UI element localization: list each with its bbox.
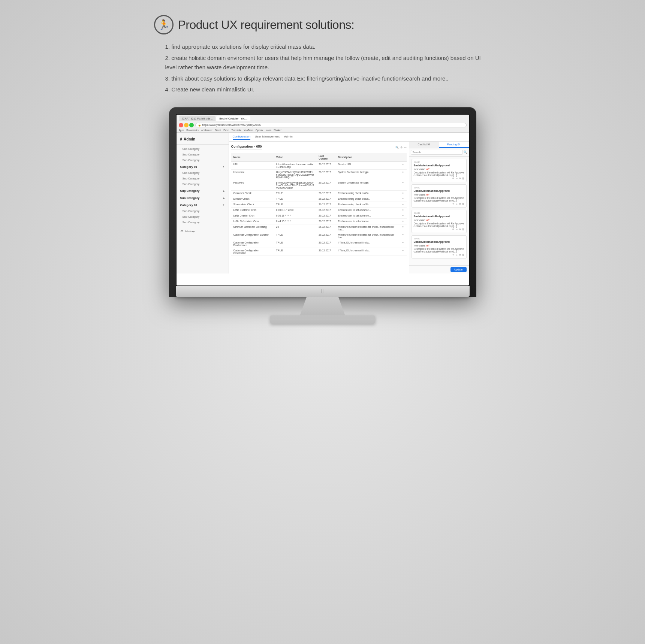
nav-user-management[interactable]: User Management <box>255 134 280 140</box>
cell-edit-10[interactable]: ✏ <box>400 232 406 240</box>
sidebar-item-subcategory-1a[interactable]: Sub Category <box>177 146 229 152</box>
cell-name-8: LeNa Sh*reholder Cron <box>231 218 274 224</box>
copy-icon-3[interactable]: ⧉ <box>459 254 461 256</box>
cell-value-10: TRUE <box>274 232 317 240</box>
panel-search-icon[interactable]: 🔍 <box>464 151 467 154</box>
sidebar-category-sup-header[interactable]: Sup Category ▶ <box>177 188 229 194</box>
eye-icon-2[interactable]: 👁 <box>452 228 454 231</box>
eye-icon-3[interactable]: 👁 <box>452 254 454 256</box>
bookmark-bookmarks[interactable]: Bookmarks <box>186 129 199 131</box>
tab-cart-list[interactable]: Cart list 94 <box>409 142 439 148</box>
edit-icon-panel-1[interactable]: ✏ <box>456 203 458 205</box>
panel-search-input[interactable] <box>411 150 463 155</box>
sidebar-item-subcategory-3a[interactable]: Sub Category <box>177 208 229 214</box>
edit-icon-3[interactable]: ✏ <box>402 192 404 194</box>
eye-icon-1[interactable]: 👁 <box>452 203 454 205</box>
edit-icon-8[interactable]: ✏ <box>402 220 404 223</box>
tab-cart-count: 94 <box>427 143 430 146</box>
bookmark-gmail[interactable]: Gmail <box>215 129 221 131</box>
edit-icon-12[interactable]: ✏ <box>402 249 404 252</box>
cell-edit-9[interactable]: ✏ <box>400 224 406 232</box>
cell-date-6: 26.12.2017 <box>316 207 336 213</box>
edit-icon-2[interactable]: ✏ <box>402 181 404 184</box>
bookmark-shakof[interactable]: Shakof <box>274 129 281 131</box>
bookmark-apps[interactable]: Apps <box>179 129 184 131</box>
lock-icon: 🔒 <box>198 124 201 127</box>
edit-icon-0[interactable]: ✏ <box>402 163 404 166</box>
bookmark-nana[interactable]: Nana <box>265 129 271 131</box>
cell-edit-0[interactable]: ✏ <box>400 161 406 169</box>
cell-edit-2[interactable]: ✏ <box>400 180 406 190</box>
update-button[interactable]: Update <box>450 267 467 272</box>
browser-tab-2[interactable]: Best of Coldplay - You... <box>216 116 250 121</box>
cell-edit-6[interactable]: ✏ <box>400 207 406 213</box>
edit-icon-panel-2[interactable]: ✏ <box>456 228 458 231</box>
col-last-update: Last Update <box>316 153 336 162</box>
table-row: Director Check TRUE 26.12.2017 Enables r… <box>231 196 407 202</box>
close-button[interactable] <box>179 123 183 127</box>
browser-tab-1[interactable]: JCRAT-8211 Fix left side... <box>179 116 216 121</box>
delete-icon-1[interactable]: 🗑 <box>462 203 464 205</box>
bookmark-youtube[interactable]: YouTube <box>244 129 253 131</box>
panel-card-actions-3: 👁 ✏ ⧉ 🗑 <box>414 254 464 256</box>
copy-icon-2[interactable]: ⧉ <box>459 228 461 231</box>
panel-card-id-3: ID 040 <box>414 238 464 240</box>
chevron-right-icon-suo: ▶ <box>223 197 225 199</box>
bookmark-translate[interactable]: Translate <box>231 129 241 131</box>
edit-icon-6[interactable]: ✏ <box>402 209 404 211</box>
cell-edit-7[interactable]: ✏ <box>400 213 406 218</box>
sidebar-item-subcategory-3c[interactable]: Sub Category <box>177 220 229 225</box>
edit-icon-4[interactable]: ✏ <box>402 197 404 200</box>
eye-icon-0[interactable]: 👁 <box>452 177 454 180</box>
edit-icon-10[interactable]: ✏ <box>402 233 404 236</box>
nav-configuration[interactable]: Configuration <box>233 134 251 140</box>
config-search-icon[interactable]: 🔍 <box>395 146 399 149</box>
cell-edit-12[interactable]: ✏ <box>400 248 406 256</box>
edit-icon-9[interactable]: ✏ <box>402 226 404 228</box>
sidebar-item-subcategory-2b[interactable]: Sub Category <box>177 176 229 181</box>
panel-card-id-2: ID 043 <box>414 212 464 214</box>
nav-admin[interactable]: Admin <box>284 134 293 140</box>
cell-edit-8[interactable]: ✏ <box>400 218 406 224</box>
sidebar-item-subcategory-2a[interactable]: Sub Category <box>177 170 229 176</box>
cell-date-3: 26.12.2017 <box>316 190 336 196</box>
tab-pending[interactable]: Pending 04 <box>439 142 469 148</box>
cell-edit-1[interactable]: ✏ <box>400 169 406 180</box>
panel-card-id-1: ID 042 <box>414 187 464 189</box>
minimize-button[interactable] <box>184 123 189 127</box>
edit-icon-panel-3[interactable]: ✏ <box>456 254 458 256</box>
edit-icon-7[interactable]: ✏ <box>402 214 404 217</box>
edit-icon-5[interactable]: ✏ <box>402 203 404 206</box>
config-settings-icon[interactable]: ⚙ <box>400 146 403 149</box>
copy-icon-1[interactable]: ⧉ <box>459 203 461 205</box>
edit-icon-1[interactable]: ✏ <box>402 171 404 173</box>
cell-edit-11[interactable]: ✏ <box>400 240 406 248</box>
sidebar-category-suo-header[interactable]: Suo Category ▶ <box>177 195 229 201</box>
maximize-button[interactable] <box>189 123 194 127</box>
panel-card-title-2: EnableAutomaticReApproval <box>414 215 464 218</box>
config-more-icon[interactable]: ⋯ <box>404 146 407 149</box>
sidebar-item-subcategory-2c[interactable]: Sub Category <box>177 181 229 187</box>
bookmark-openix[interactable]: Openix <box>256 129 263 131</box>
bookmark-localserver[interactable]: localserver <box>201 129 213 131</box>
delete-icon-3[interactable]: 🗑 <box>462 254 464 256</box>
panel-card-actions-1: 👁 ✏ ⧉ 🗑 <box>414 203 464 205</box>
edit-icon-11[interactable]: ✏ <box>402 241 404 244</box>
cell-name-6: LeNa Customer Cron <box>231 207 274 213</box>
sidebar-category-01b-header[interactable]: Category 01 ▼ <box>177 202 229 208</box>
cell-edit-4[interactable]: ✏ <box>400 196 406 202</box>
address-bar[interactable]: 🔒 https://www.youtube.com/watch?v=N7ysBq… <box>195 123 467 127</box>
sidebar-item-subcategory-3b[interactable]: Sub Category <box>177 214 229 220</box>
copy-icon-0[interactable]: ⧉ <box>459 177 461 180</box>
window-controls <box>179 123 194 127</box>
sidebar-item-subcategory-1c[interactable]: Sub Category <box>177 157 229 163</box>
sidebar-item-subcategory-1b[interactable]: Sub Category <box>177 152 229 157</box>
bookmark-drive[interactable]: Drive <box>223 129 229 131</box>
sidebar-category-01-header[interactable]: Category 01 ▼ <box>177 164 229 170</box>
edit-icon-panel-0[interactable]: ✏ <box>456 177 458 180</box>
cell-edit-5[interactable]: ✏ <box>400 202 406 207</box>
sidebar-history[interactable]: ⏱ History <box>177 228 229 235</box>
cell-edit-3[interactable]: ✏ <box>400 190 406 196</box>
delete-icon-0[interactable]: 🗑 <box>462 177 464 180</box>
delete-icon-2[interactable]: 🗑 <box>462 228 464 231</box>
